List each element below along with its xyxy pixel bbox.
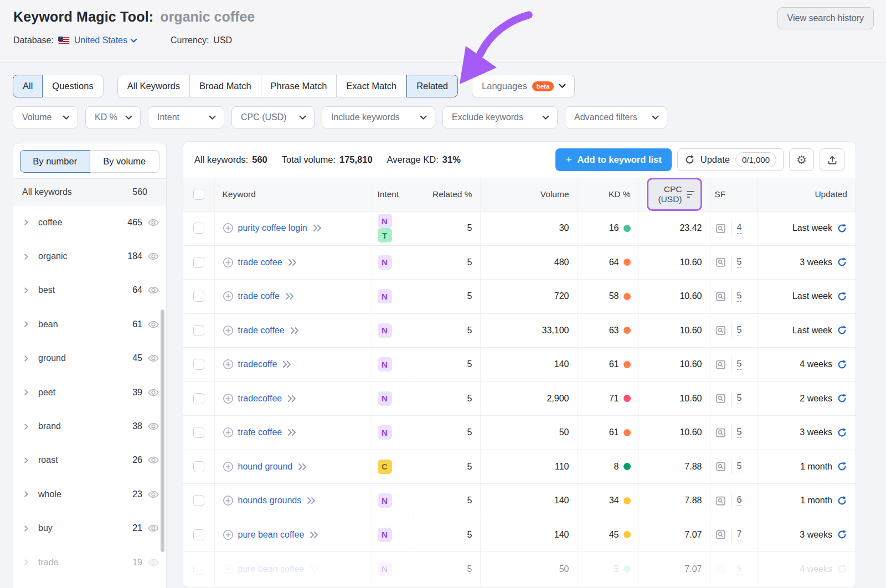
refresh-metrics-icon[interactable] [837,359,847,370]
eye-icon[interactable] [147,420,159,432]
serp-features-count[interactable]: 5 [737,359,742,370]
keyword-link[interactable]: purity coffee login [238,223,307,233]
col-related[interactable]: Related % [414,178,480,212]
serp-preview-icon[interactable] [715,223,727,234]
row-checkbox[interactable] [193,359,204,370]
open-keyword-icon[interactable] [308,530,320,539]
serp-features-count[interactable]: 6 [737,495,742,506]
add-keyword-icon[interactable] [223,223,234,234]
sidebar-item-whole[interactable]: whole23 [13,477,166,511]
eye-toggle[interactable] [147,556,159,569]
keyword-link[interactable]: trade cofee [238,257,282,267]
tab-phrase-match[interactable]: Phrase Match [261,75,337,97]
eye-toggle[interactable] [147,420,159,432]
serp-preview-icon[interactable] [715,529,727,540]
refresh-metrics-icon[interactable] [837,529,847,540]
chevron-right-icon[interactable] [22,524,30,533]
sidebar-item-organic[interactable]: organic184 [13,239,166,273]
keyword-link[interactable]: pure bean coffee [238,530,305,540]
col-keyword[interactable]: Keyword [214,178,372,212]
col-sf[interactable]: SF [710,178,757,212]
select-all-checkbox[interactable] [193,189,204,200]
eye-toggle[interactable] [147,284,159,296]
serp-preview-icon[interactable] [715,256,727,268]
eye-icon[interactable] [147,216,159,229]
add-keyword-icon[interactable] [223,291,234,302]
serp-preview-icon[interactable] [715,461,727,472]
sidebar-item-best[interactable]: best64 [13,274,166,307]
serp-preview-icon[interactable] [715,324,727,336]
refresh-metrics-icon[interactable] [837,291,847,302]
serp-features-count[interactable]: 5 [737,291,742,302]
serp-preview-icon[interactable] [715,563,727,575]
keyword-link[interactable]: tradecoffe [238,359,277,369]
add-keyword-icon[interactable] [223,564,234,575]
open-keyword-icon[interactable] [308,565,320,574]
eye-icon[interactable] [147,522,159,534]
row-checkbox[interactable] [193,325,204,336]
sidebar-item-buy[interactable]: buy21 [13,512,166,545]
filter-exclude-keywords[interactable]: Exclude keywords [442,106,558,128]
update-button[interactable]: Update 0/1,000 [677,148,784,171]
refresh-metrics-icon[interactable] [837,257,847,267]
eye-icon[interactable] [147,556,159,569]
filter-advanced-filters[interactable]: Advanced filters [565,106,667,128]
col-kd[interactable]: KD % [577,178,638,212]
keyword-link[interactable]: trade coffee [238,326,285,336]
sidebar-item-roast[interactable]: roast26 [13,443,166,477]
sidebar-item-trade[interactable]: trade19 [13,545,166,579]
open-keyword-icon[interactable] [286,394,297,403]
refresh-metrics-icon[interactable] [837,393,847,404]
filter-include-keywords[interactable]: Include keywords [322,106,435,128]
add-keyword-icon[interactable] [223,359,234,370]
chevron-right-icon[interactable] [22,252,30,261]
refresh-metrics-icon[interactable] [837,496,847,506]
refresh-metrics-icon[interactable] [837,223,847,234]
open-keyword-icon[interactable] [281,360,292,369]
add-keyword-icon[interactable] [223,461,234,472]
serp-preview-icon[interactable] [715,393,727,404]
eye-icon[interactable] [147,386,159,399]
col-intent[interactable]: Intent [372,178,414,212]
eye-toggle[interactable] [147,318,159,331]
eye-toggle[interactable] [147,522,159,534]
eye-toggle[interactable] [147,386,159,399]
add-to-keyword-list-button[interactable]: + Add to keyword list [555,148,671,171]
row-checkbox[interactable] [193,461,204,472]
row-checkbox[interactable] [193,564,204,575]
refresh-metrics-icon[interactable] [837,325,847,336]
open-keyword-icon[interactable] [306,496,317,505]
eye-icon[interactable] [147,454,159,466]
export-button[interactable] [820,148,844,171]
sidebar-item-peet[interactable]: peet39 [13,375,166,409]
serp-preview-icon[interactable] [715,359,727,370]
row-checkbox[interactable] [193,223,204,234]
tab-all[interactable]: All [13,75,43,97]
sidebar-item-all-keywords[interactable]: All keywords 560 [13,179,166,205]
col-updated[interactable]: Updated [757,178,856,212]
eye-toggle[interactable] [147,488,159,501]
add-keyword-icon[interactable] [223,393,234,404]
add-keyword-icon[interactable] [223,427,234,438]
serp-preview-icon[interactable] [715,291,727,302]
col-cpc[interactable]: CPC (USD) [638,178,710,212]
settings-button[interactable]: ⚙ [789,148,814,171]
serp-features-count[interactable]: 5 [737,325,742,336]
keyword-link[interactable]: trade coffe [238,291,280,301]
chevron-right-icon[interactable] [22,490,30,498]
serp-preview-icon[interactable] [715,427,727,439]
keyword-link[interactable]: pure bean coffee [238,564,305,574]
serp-features-count[interactable]: 5 [737,393,742,404]
open-keyword-icon[interactable] [312,224,323,233]
toggle-by-volume[interactable]: By volume [90,150,160,173]
sidebar-scrollbar[interactable] [161,310,164,552]
row-checkbox[interactable] [193,529,204,540]
serp-preview-icon[interactable] [715,495,727,507]
sidebar-item-brand[interactable]: brand38 [13,409,166,443]
sidebar-item-ground[interactable]: ground45 [13,342,166,375]
serp-features-count[interactable]: 4 [737,223,742,234]
filter-intent[interactable]: Intent [148,106,224,128]
add-keyword-icon[interactable] [223,325,234,336]
eye-toggle[interactable] [147,454,159,466]
serp-features-count[interactable]: 5 [737,461,742,472]
